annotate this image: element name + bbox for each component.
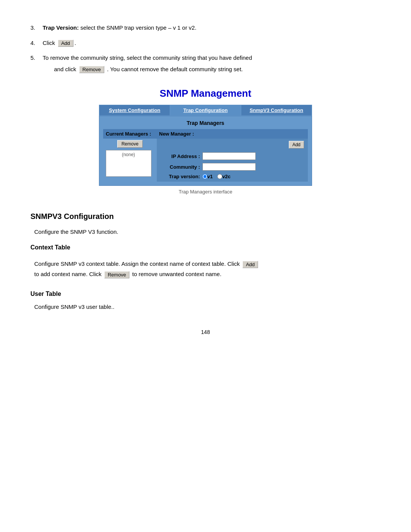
trap-version-bold: Trap Version: bbox=[43, 24, 79, 31]
snmp-management-title: SNMP Management bbox=[30, 88, 381, 99]
user-table-desc: Configure SNMP v3 user table.. bbox=[34, 304, 381, 310]
tab-snmpv3-configuration[interactable]: SnmpV3 Configuration bbox=[241, 105, 312, 115]
step-4-text: Click bbox=[43, 40, 55, 46]
context-table-desc: Configure SNMP v3 context table. Assign … bbox=[34, 259, 381, 279]
add-button-step4[interactable]: Add bbox=[58, 40, 73, 47]
remove-button-context[interactable]: Remove bbox=[104, 271, 129, 278]
col-new-manager: New Manager : bbox=[157, 129, 308, 139]
current-managers-col: Remove (none) bbox=[104, 139, 157, 182]
step-3-number: 3. bbox=[30, 23, 43, 33]
v2c-radio[interactable] bbox=[217, 174, 222, 179]
remove-button-trap[interactable]: Remove bbox=[117, 140, 143, 148]
trap-managers-caption: Trap Managers interface bbox=[30, 189, 381, 195]
trap-version-row: Trap version: v1 v2c bbox=[161, 174, 304, 179]
v2c-radio-label[interactable]: v2c bbox=[217, 174, 231, 179]
ip-address-input[interactable] bbox=[202, 152, 256, 160]
step-4: 4. Click Add. bbox=[30, 38, 381, 48]
ip-address-row: IP Address : bbox=[161, 152, 304, 160]
snmp-management-section: SNMP Management System Configuration Tra… bbox=[30, 88, 381, 195]
tab-trap-configuration[interactable]: Trap Configuration bbox=[170, 105, 241, 115]
add-button-trap[interactable]: Add bbox=[289, 141, 304, 149]
step-4-number: 4. bbox=[30, 38, 43, 48]
step-5-number: 5. bbox=[30, 53, 43, 74]
v1-radio[interactable] bbox=[202, 174, 207, 179]
step-5: 5. To remove the community string, selec… bbox=[30, 53, 381, 74]
snmpv3-title: SNMPV3 Configuration bbox=[30, 212, 381, 221]
step-5-text: To remove the community string, select t… bbox=[43, 54, 252, 61]
remove-button-step5[interactable]: Remove bbox=[79, 66, 104, 73]
snmpv3-section: SNMPV3 Configuration Configure the SNMP … bbox=[30, 212, 381, 310]
step-4-body: Click Add. bbox=[43, 38, 381, 48]
user-table-title: User Table bbox=[30, 291, 381, 297]
step-3-text: select the SNMP trap version type – v 1 … bbox=[79, 24, 196, 31]
trap-managers-title: Trap Managers bbox=[103, 120, 308, 126]
step-4-end: . bbox=[75, 40, 76, 46]
v2c-label: v2c bbox=[222, 174, 231, 179]
trap-managers-panel: Trap Managers Current Managers : New Man… bbox=[99, 116, 312, 186]
step-5-indent: and click Remove . You cannot remove the… bbox=[43, 64, 381, 74]
col-current-managers: Current Managers : bbox=[104, 129, 157, 139]
step-5-post: . You cannot remove the default communit… bbox=[107, 66, 243, 72]
ip-address-label: IP Address : bbox=[161, 153, 202, 159]
add-button-context[interactable]: Add bbox=[242, 261, 258, 268]
context-desc-part1: Configure SNMP v3 context table. Assign … bbox=[34, 260, 240, 267]
community-row: Community : bbox=[161, 163, 304, 171]
tab-system-configuration[interactable]: System Configuration bbox=[99, 105, 170, 115]
community-input[interactable] bbox=[202, 163, 256, 171]
community-label: Community : bbox=[161, 164, 202, 170]
step-5-body: To remove the community string, select t… bbox=[43, 53, 381, 74]
tab-bar: System Configuration Trap Configuration … bbox=[99, 105, 312, 116]
step-3-body: Trap Version: select the SNMP trap versi… bbox=[43, 23, 381, 33]
managers-list: (none) bbox=[106, 150, 151, 177]
step-3: 3. Trap Version: select the SNMP trap ve… bbox=[30, 23, 381, 33]
context-desc-part2: to add context name. Click bbox=[34, 271, 102, 277]
trap-version-label: Trap version: bbox=[161, 174, 202, 179]
trap-managers-table: Current Managers : New Manager : Remove … bbox=[103, 129, 308, 182]
snmpv3-intro: Configure the SNMP V3 function. bbox=[34, 228, 381, 235]
new-manager-col: Add IP Address : Community : Trap versio… bbox=[157, 139, 308, 182]
step-5-pre: and click bbox=[54, 66, 76, 72]
context-desc-part3: to remove unwanted context name. bbox=[132, 271, 221, 277]
page-number: 148 bbox=[30, 329, 381, 335]
v1-label: v1 bbox=[207, 174, 213, 179]
v1-radio-label[interactable]: v1 bbox=[202, 174, 213, 179]
context-table-title: Context Table bbox=[30, 244, 381, 251]
